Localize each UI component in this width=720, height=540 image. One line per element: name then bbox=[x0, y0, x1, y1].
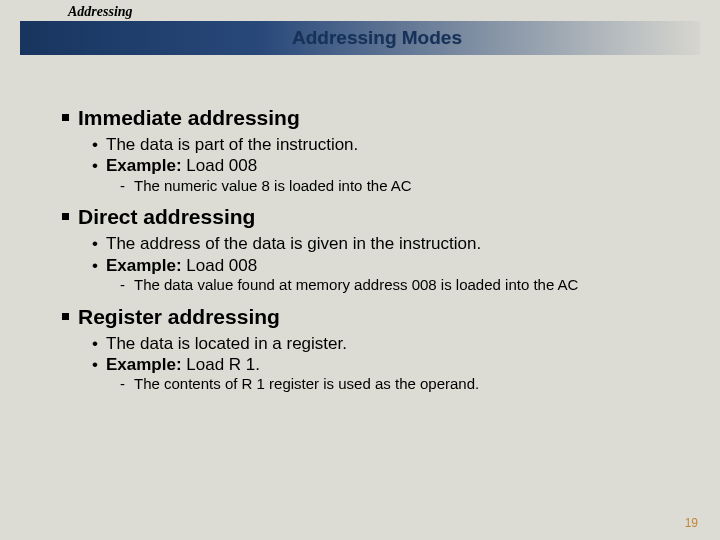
bullet: The address of the data is given in the … bbox=[106, 233, 678, 254]
sub-bullet: The data value found at memory address 0… bbox=[134, 276, 678, 295]
heading-direct: Direct addressing bbox=[78, 205, 678, 229]
heading-immediate: Immediate addressing bbox=[78, 106, 678, 130]
section-register: Register addressing The data is located … bbox=[78, 305, 678, 394]
bullet: The data is located in a register. bbox=[106, 333, 678, 354]
bullet: Example: Load 008 bbox=[106, 255, 678, 276]
title-bar: Addressing Modes bbox=[20, 21, 700, 55]
sub-bullet: The numeric value 8 is loaded into the A… bbox=[134, 177, 678, 196]
content-area: Immediate addressing The data is part of… bbox=[78, 106, 678, 404]
bullet: The data is part of the instruction. bbox=[106, 134, 678, 155]
topic-label: Addressing bbox=[68, 4, 133, 20]
heading-register: Register addressing bbox=[78, 305, 678, 329]
sub-bullet: The contents of R 1 register is used as … bbox=[134, 375, 678, 394]
page-number: 19 bbox=[685, 516, 698, 530]
section-direct: Direct addressing The address of the dat… bbox=[78, 205, 678, 294]
bullet: Example: Load R 1. bbox=[106, 354, 678, 375]
slide-title: Addressing Modes bbox=[292, 27, 462, 49]
bullet: Example: Load 008 bbox=[106, 155, 678, 176]
section-immediate: Immediate addressing The data is part of… bbox=[78, 106, 678, 195]
